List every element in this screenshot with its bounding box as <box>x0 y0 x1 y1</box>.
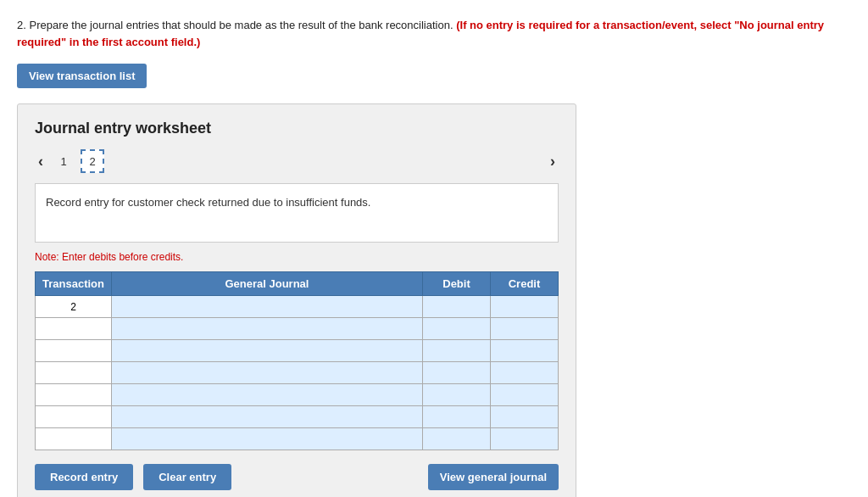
debit-input-7[interactable] <box>423 428 490 450</box>
col-credit: Credit <box>491 272 559 296</box>
general-journal-input-3[interactable] <box>112 340 422 361</box>
general-journal-input-4[interactable] <box>112 362 422 383</box>
debit-cell-5[interactable] <box>423 384 491 406</box>
credit-cell-2[interactable] <box>491 318 559 340</box>
view-general-journal-button[interactable]: View general journal <box>428 464 559 490</box>
general-journal-cell-1[interactable] <box>111 296 422 318</box>
table-row <box>36 340 559 362</box>
instruction-number: 2. <box>17 19 26 31</box>
col-transaction: Transaction <box>36 272 112 296</box>
debit-input-2[interactable] <box>423 318 490 339</box>
tab-next-arrow[interactable]: › <box>547 153 559 170</box>
clear-entry-button[interactable]: Clear entry <box>143 464 231 490</box>
worksheet-container: Journal entry worksheet ‹ 1 2 › Record e… <box>17 103 576 497</box>
credit-cell-7[interactable] <box>491 428 559 450</box>
instructions: 2. Prepare the journal entries that shou… <box>17 17 851 50</box>
credit-input-5[interactable] <box>491 384 558 405</box>
general-journal-input-2[interactable] <box>112 318 422 339</box>
general-journal-cell-7[interactable] <box>111 428 422 450</box>
general-journal-input-5[interactable] <box>112 384 422 405</box>
debit-cell-1[interactable] <box>423 296 491 318</box>
debit-input-5[interactable] <box>423 384 490 405</box>
transaction-cell-2 <box>36 318 112 340</box>
general-journal-cell-3[interactable] <box>111 340 422 362</box>
transaction-cell-6 <box>36 406 112 428</box>
debit-input-4[interactable] <box>423 362 490 383</box>
credit-cell-4[interactable] <box>491 362 559 384</box>
transaction-cell-4 <box>36 362 112 384</box>
transaction-cell-7 <box>36 428 112 450</box>
record-entry-button[interactable]: Record entry <box>35 464 133 490</box>
general-journal-cell-5[interactable] <box>111 384 422 406</box>
debit-cell-4[interactable] <box>423 362 491 384</box>
transaction-cell-1: 2 <box>36 296 112 318</box>
credit-cell-1[interactable] <box>491 296 559 318</box>
general-journal-input-6[interactable] <box>112 406 422 427</box>
credit-cell-6[interactable] <box>491 406 559 428</box>
general-journal-cell-6[interactable] <box>111 406 422 428</box>
credit-cell-3[interactable] <box>491 340 559 362</box>
table-row <box>36 428 559 450</box>
debit-cell-7[interactable] <box>423 428 491 450</box>
credit-cell-5[interactable] <box>491 384 559 406</box>
general-journal-cell-4[interactable] <box>111 362 422 384</box>
debit-cell-2[interactable] <box>423 318 491 340</box>
note-text: Note: Enter debits before credits. <box>35 251 559 263</box>
general-journal-input-1[interactable] <box>112 296 422 317</box>
col-general-journal: General Journal <box>111 272 422 296</box>
transaction-cell-5 <box>36 384 112 406</box>
col-debit: Debit <box>423 272 491 296</box>
table-row: 2 <box>36 296 559 318</box>
tab-navigation: ‹ 1 2 › <box>35 149 559 173</box>
entry-description: Record entry for customer check returned… <box>35 183 559 243</box>
credit-input-1[interactable] <box>491 296 558 317</box>
debit-input-3[interactable] <box>423 340 490 361</box>
tab-prev-arrow[interactable]: ‹ <box>35 153 47 170</box>
general-journal-cell-2[interactable] <box>111 318 422 340</box>
table-row <box>36 406 559 428</box>
instruction-text: Prepare the journal entries that should … <box>29 19 453 31</box>
credit-input-6[interactable] <box>491 406 558 427</box>
credit-input-2[interactable] <box>491 318 558 339</box>
credit-input-7[interactable] <box>491 428 558 450</box>
debit-input-1[interactable] <box>423 296 490 317</box>
view-transaction-button[interactable]: View transaction list <box>17 64 147 88</box>
worksheet-title: Journal entry worksheet <box>35 120 559 137</box>
tab-2[interactable]: 2 <box>81 149 104 173</box>
debit-input-6[interactable] <box>423 406 490 427</box>
table-row <box>36 362 559 384</box>
table-row <box>36 384 559 406</box>
credit-input-3[interactable] <box>491 340 558 361</box>
general-journal-input-7[interactable] <box>112 428 422 450</box>
transaction-cell-3 <box>36 340 112 362</box>
action-buttons-row: Record entry Clear entry View general jo… <box>35 464 559 490</box>
debit-cell-3[interactable] <box>423 340 491 362</box>
tab-1[interactable]: 1 <box>52 149 75 173</box>
credit-input-4[interactable] <box>491 362 558 383</box>
debit-cell-6[interactable] <box>423 406 491 428</box>
table-row <box>36 318 559 340</box>
journal-table: Transaction General Journal Debit Credit… <box>35 271 559 450</box>
